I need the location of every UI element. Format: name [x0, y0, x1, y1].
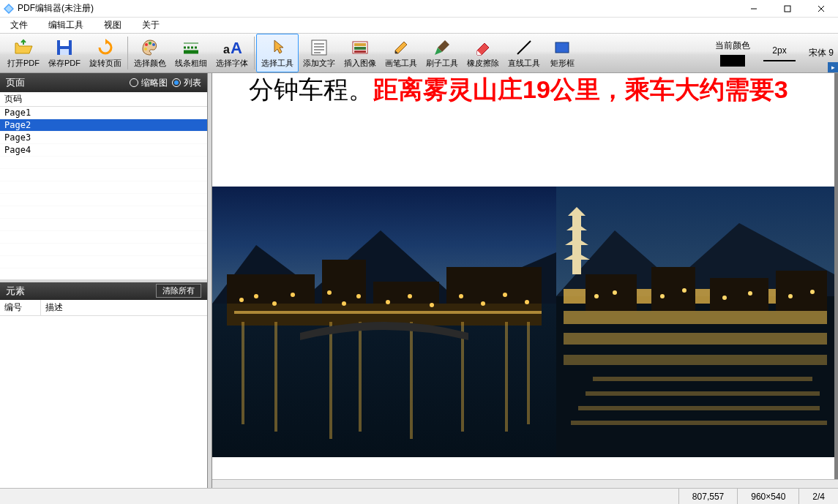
brush-tool-button[interactable]: 刷子工具 — [422, 34, 463, 72]
brush-icon — [432, 37, 452, 58]
svg-rect-56 — [410, 322, 413, 439]
current-color-swatch[interactable] — [720, 55, 745, 67]
svg-rect-69 — [564, 333, 827, 345]
svg-point-45 — [408, 294, 412, 298]
line-icon — [514, 37, 534, 58]
page-list-item[interactable] — [0, 194, 207, 206]
elements-panel-header: 元素 清除所有 — [0, 282, 207, 300]
elements-table-body[interactable] — [0, 316, 207, 489]
page-list-item[interactable] — [0, 169, 207, 181]
menu-about[interactable]: 关于 — [139, 18, 162, 33]
svg-rect-53 — [274, 322, 277, 432]
svg-rect-7 — [60, 40, 69, 46]
eraser-label: 橡皮擦除 — [467, 58, 499, 69]
choose-color-button[interactable]: 选择颜色 — [130, 34, 171, 72]
eraser-button[interactable]: 橡皮擦除 — [463, 34, 504, 72]
radio-thumbnail-label: 缩略图 — [141, 77, 168, 89]
radio-list-label: 列表 — [184, 77, 201, 89]
left-panel: 页面 缩略图 列表 页码 Page1 Page2 Page3 Page4 — [0, 73, 208, 488]
rect-frame-button[interactable]: 矩形框 — [545, 34, 580, 72]
horizontal-scrollbar[interactable] — [212, 479, 838, 488]
clear-all-button[interactable]: 清除所有 — [156, 284, 201, 298]
canvas-area[interactable]: 分钟车程。距离雾灵山庄19公里，乘车大约需要3 — [212, 73, 838, 488]
svg-rect-3 — [785, 6, 790, 12]
toolbar-separator — [254, 37, 255, 69]
current-color-label: 当前颜色 — [715, 40, 750, 52]
minimize-button[interactable] — [737, 0, 771, 17]
svg-point-38 — [254, 294, 258, 298]
page-view[interactable]: 分钟车程。距离雾灵山庄19公里，乘车大约需要3 — [212, 73, 834, 483]
svg-rect-59 — [527, 322, 530, 424]
svg-rect-74 — [776, 271, 827, 311]
elements-title: 元素 — [6, 285, 25, 298]
pen-tool-button[interactable]: 画笔工具 — [381, 34, 422, 72]
rotate-page-button[interactable]: 旋转页面 — [85, 34, 126, 72]
choose-font-button[interactable]: aA 选择字体 — [212, 34, 252, 72]
svg-point-80 — [748, 291, 752, 296]
svg-point-11 — [149, 42, 151, 45]
status-coord: 807,557 — [678, 489, 737, 504]
menu-view[interactable]: 视图 — [101, 18, 124, 33]
svg-rect-8 — [60, 49, 69, 55]
col-id-header: 编号 — [0, 300, 41, 315]
rect-frame-label: 矩形框 — [550, 58, 575, 69]
page-list-item[interactable] — [0, 268, 207, 279]
font-sample-label[interactable]: 宋体 9 — [809, 47, 834, 59]
svg-rect-25 — [354, 43, 366, 46]
page-list[interactable]: Page1 Page2 Page3 Page4 — [0, 107, 207, 279]
page-list-item[interactable] — [0, 231, 207, 244]
page-list-item[interactable]: Page1 — [0, 107, 207, 119]
line-width-button[interactable]: 线条粗细 — [171, 34, 212, 72]
page-list-item[interactable] — [0, 157, 207, 169]
status-size: 960×540 — [737, 489, 798, 504]
document-image[interactable] — [556, 187, 834, 457]
page-list-item[interactable] — [0, 219, 207, 231]
select-tool-button[interactable]: 选择工具 — [256, 34, 299, 72]
col-desc-header: 描述 — [41, 300, 207, 315]
add-text-button[interactable]: 添加文字 — [299, 34, 340, 72]
page-list-item[interactable]: Page3 — [0, 132, 207, 144]
page-list-item[interactable]: Page2 — [0, 119, 207, 132]
elements-table-header: 编号 描述 — [0, 300, 207, 316]
svg-text:A: A — [231, 39, 242, 57]
svg-rect-68 — [564, 311, 827, 324]
svg-point-49 — [503, 293, 507, 297]
insert-image-button[interactable]: 插入图像 — [340, 34, 381, 72]
svg-line-28 — [517, 41, 531, 54]
svg-rect-55 — [359, 322, 362, 432]
status-page: 2/4 — [798, 489, 838, 504]
open-pdf-button[interactable]: 打开PDF — [3, 34, 44, 72]
window-title: PDF编辑器(未注册) — [18, 2, 737, 15]
page-list-header: 页码 — [0, 92, 207, 107]
menu-edit-tools[interactable]: 编辑工具 — [45, 18, 86, 33]
pen-icon — [391, 37, 411, 58]
page-list-item[interactable] — [0, 206, 207, 219]
svg-rect-70 — [564, 355, 827, 365]
line-tool-button[interactable]: 直线工具 — [504, 34, 545, 72]
toolbar-overflow-button[interactable]: ▸ — [828, 62, 838, 72]
radio-list[interactable]: 列表 — [172, 77, 201, 89]
svg-rect-73 — [710, 278, 768, 311]
svg-point-76 — [613, 290, 617, 295]
radio-thumbnail[interactable]: 缩略图 — [130, 77, 168, 89]
page-list-item[interactable] — [0, 256, 207, 268]
close-button[interactable] — [804, 0, 838, 17]
rotate-icon — [95, 37, 116, 58]
insert-image-label: 插入图像 — [344, 58, 376, 69]
save-pdf-button[interactable]: 保存PDF — [44, 34, 85, 72]
line-sample[interactable] — [763, 60, 796, 61]
svg-rect-26 — [354, 47, 366, 50]
text-lines-icon — [309, 37, 329, 58]
page-list-item[interactable] — [0, 181, 207, 194]
maximize-button[interactable] — [771, 0, 804, 17]
pages-title: 页面 — [6, 76, 25, 89]
doc-text-black: 分钟车程。 — [249, 75, 373, 103]
svg-rect-85 — [578, 406, 820, 410]
page-list-item[interactable]: Page4 — [0, 144, 207, 157]
svg-point-79 — [722, 296, 727, 300]
svg-point-43 — [356, 294, 361, 298]
pages-panel-header: 页面 缩略图 列表 — [0, 73, 207, 92]
menu-file[interactable]: 文件 — [7, 18, 31, 33]
document-image[interactable] — [212, 187, 556, 457]
page-list-item[interactable] — [0, 244, 207, 256]
